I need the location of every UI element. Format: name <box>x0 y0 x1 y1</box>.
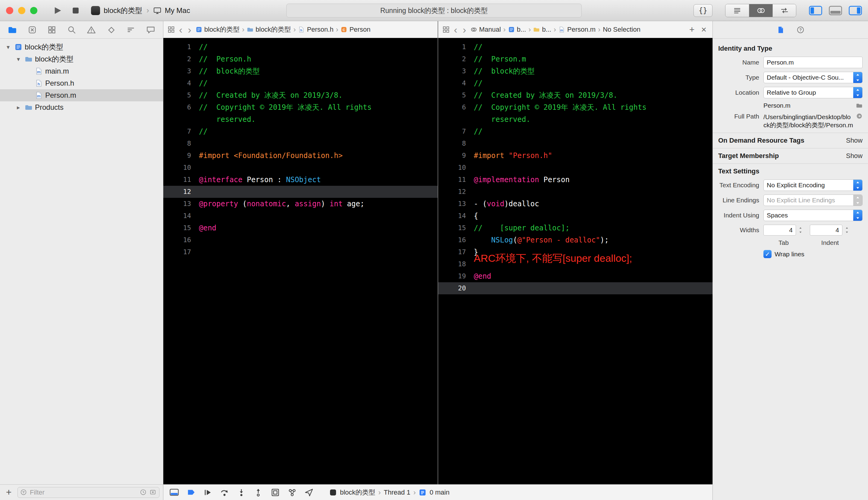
file-inspector-tab[interactable] <box>777 26 785 34</box>
code-line-current[interactable]: 20 <box>438 282 713 294</box>
tab-width-field[interactable]: 4 <box>763 225 796 236</box>
source-editor-person-h[interactable]: 1//2// Person.h3// block的类型4//5// Create… <box>163 38 438 484</box>
source-control-navigator-tab[interactable] <box>28 25 37 34</box>
back-button[interactable]: ‹ <box>453 24 459 35</box>
stop-button[interactable] <box>69 4 83 18</box>
breadcrumb-item[interactable]: b... <box>533 26 551 33</box>
simulate-location-button[interactable] <box>304 488 314 497</box>
disclosure-triangle-icon[interactable]: ▾ <box>14 56 22 63</box>
device-name[interactable]: My Mac <box>165 6 190 15</box>
close-window-button[interactable] <box>6 7 13 14</box>
code-line[interactable]: 2// Person.h <box>163 53 438 65</box>
debug-frame-label[interactable]: 0 main <box>429 489 449 496</box>
wrap-lines-checkbox[interactable]: ✓ Wrap lines <box>763 250 805 258</box>
hide-debug-area-button[interactable] <box>170 488 179 497</box>
code-line[interactable]: 2// Person.m <box>438 53 713 65</box>
code-line-current[interactable]: 12 <box>163 186 438 198</box>
step-over-button[interactable] <box>220 488 230 497</box>
add-button[interactable]: + <box>4 487 14 498</box>
related-items-icon[interactable] <box>167 26 175 33</box>
navigator-toggle[interactable] <box>809 6 822 15</box>
breadcrumb-item[interactable]: mPerson.m <box>558 26 595 33</box>
code-line[interactable]: 6// Copyright © 2019年 冰凌天. All rights <box>438 101 713 113</box>
breadcrumb-item[interactable]: CPerson <box>340 26 370 33</box>
find-navigator-tab[interactable] <box>67 25 76 34</box>
disclosure-triangle-icon[interactable]: ▸ <box>14 104 22 111</box>
zoom-window-button[interactable] <box>30 7 37 14</box>
code-line[interactable]: 19@end <box>438 270 713 282</box>
code-line[interactable]: 10 <box>438 162 713 174</box>
code-line[interactable]: 9#import "Person.h" <box>438 150 713 162</box>
target-membership-show-button[interactable]: Show <box>846 152 863 160</box>
debug-view-hierarchy-button[interactable] <box>271 488 280 497</box>
add-assistant-editor-button[interactable]: + <box>687 24 696 35</box>
back-button[interactable]: ‹ <box>178 24 184 35</box>
odr-show-button[interactable]: Show <box>846 137 863 145</box>
symbol-navigator-tab[interactable] <box>47 25 56 34</box>
code-line[interactable]: 5// Created by 冰凌天 on 2019/3/8. <box>163 89 438 101</box>
breadcrumb-item[interactable]: block的类型 <box>247 25 291 34</box>
reveal-in-finder-icon[interactable] <box>856 113 863 120</box>
report-navigator-tab[interactable] <box>146 25 155 34</box>
breadcrumb-item[interactable]: hPerson.h <box>298 26 333 33</box>
quick-help-tab[interactable]: ? <box>797 26 805 34</box>
standard-editor-button[interactable] <box>726 4 749 17</box>
scheme-selector[interactable]: block的类型 › My Mac <box>91 6 190 15</box>
location-dropdown[interactable]: Relative to Group <box>763 87 863 98</box>
navigator-row-Products[interactable]: ▸Products <box>0 101 163 113</box>
code-line[interactable]: 17 <box>163 246 438 258</box>
code-line[interactable]: 8 <box>163 137 438 150</box>
code-line[interactable]: 1// <box>163 41 438 53</box>
code-line[interactable]: reserved. <box>438 113 713 125</box>
debug-navigator-tab[interactable] <box>126 25 135 34</box>
code-line[interactable]: 8 <box>438 137 713 150</box>
code-line[interactable]: 14 <box>163 210 438 222</box>
debug-app-label[interactable]: block的类型 <box>340 488 375 497</box>
code-line[interactable]: 13- (void)dealloc <box>438 198 713 210</box>
name-field[interactable]: Person.m <box>763 57 863 68</box>
code-line[interactable]: 1// <box>438 41 713 53</box>
breadcrumb-item[interactable]: block的类型 <box>196 25 240 34</box>
code-line[interactable]: 4// <box>438 77 713 89</box>
scm-status-filter-icon[interactable] <box>150 489 157 496</box>
code-line[interactable]: 4// <box>163 77 438 89</box>
code-line[interactable]: 13@property (nonatomic, assign) int age; <box>163 198 438 210</box>
run-button[interactable] <box>51 4 65 18</box>
related-items-icon[interactable] <box>442 26 450 33</box>
breadcrumb-item[interactable]: b... <box>508 26 526 33</box>
inspector-toggle[interactable] <box>849 6 862 15</box>
navigator-row-Person.h[interactable]: hPerson.h <box>0 77 163 89</box>
issue-navigator-tab[interactable] <box>87 25 96 34</box>
code-line[interactable]: 3// block的类型 <box>163 65 438 77</box>
code-line[interactable]: 3// block的类型 <box>438 65 713 77</box>
continue-button[interactable] <box>203 488 213 497</box>
debug-area-toggle[interactable] <box>829 6 842 15</box>
navigator-row-Person.m[interactable]: mPerson.m <box>0 89 163 101</box>
code-snippet-button[interactable]: {} <box>694 4 713 17</box>
debug-thread-label[interactable]: Thread 1 <box>384 489 410 496</box>
code-line[interactable]: 9#import <Foundation/Foundation.h> <box>163 150 438 162</box>
code-line[interactable]: 7// <box>163 125 438 137</box>
code-line[interactable]: 10 <box>163 162 438 174</box>
forward-button[interactable]: › <box>187 24 192 35</box>
tab-width-stepper[interactable] <box>797 225 804 236</box>
code-line[interactable]: 16 NSLog(@"Person - dealloc"); <box>438 234 713 246</box>
code-line[interactable]: reserved. <box>163 113 438 125</box>
filter-field[interactable]: Filter <box>18 487 160 498</box>
scheme-name[interactable]: block的类型 <box>104 6 142 15</box>
version-editor-button[interactable] <box>773 4 796 17</box>
close-assistant-editor-button[interactable]: × <box>699 24 708 35</box>
disclosure-triangle-icon[interactable]: ▾ <box>4 43 12 51</box>
navigator-row-main.m[interactable]: mmain.m <box>0 65 163 77</box>
breadcrumb-item[interactable]: No Selection <box>603 26 640 33</box>
code-line[interactable]: 11@interface Person : NSObject <box>163 174 438 186</box>
indent-width-stepper[interactable] <box>844 225 850 236</box>
choose-folder-icon[interactable] <box>856 102 863 109</box>
assistant-editor-button[interactable] <box>749 4 773 17</box>
forward-button[interactable]: › <box>461 24 467 35</box>
code-line[interactable]: 15// [super dealloc]; <box>438 222 713 234</box>
memory-graph-button[interactable] <box>288 488 297 497</box>
minimize-window-button[interactable] <box>18 7 25 14</box>
breadcrumb-item[interactable]: Manual <box>471 26 501 33</box>
type-dropdown[interactable]: Default - Objective-C Sou... <box>763 72 863 83</box>
